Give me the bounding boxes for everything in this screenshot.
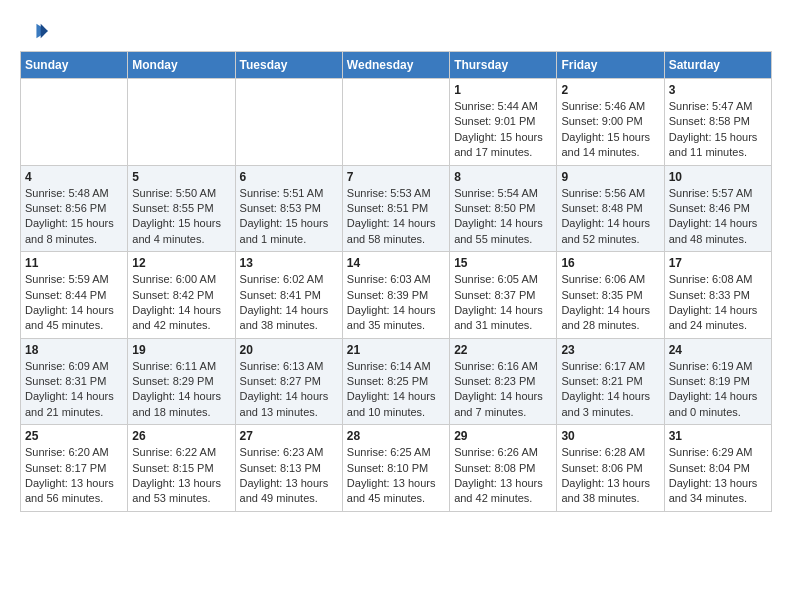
col-friday: Friday	[557, 52, 664, 79]
day-number: 16	[561, 256, 659, 270]
calendar-cell: 13Sunrise: 6:02 AM Sunset: 8:41 PM Dayli…	[235, 252, 342, 339]
calendar-cell: 27Sunrise: 6:23 AM Sunset: 8:13 PM Dayli…	[235, 425, 342, 512]
day-number: 1	[454, 83, 552, 97]
cell-content: Sunrise: 5:50 AM Sunset: 8:55 PM Dayligh…	[132, 186, 230, 248]
calendar-cell: 3Sunrise: 5:47 AM Sunset: 8:58 PM Daylig…	[664, 79, 771, 166]
day-number: 21	[347, 343, 445, 357]
cell-content: Sunrise: 5:44 AM Sunset: 9:01 PM Dayligh…	[454, 99, 552, 161]
day-number: 3	[669, 83, 767, 97]
calendar-week-row: 18Sunrise: 6:09 AM Sunset: 8:31 PM Dayli…	[21, 338, 772, 425]
cell-content: Sunrise: 6:05 AM Sunset: 8:37 PM Dayligh…	[454, 272, 552, 334]
calendar-week-row: 1Sunrise: 5:44 AM Sunset: 9:01 PM Daylig…	[21, 79, 772, 166]
col-wednesday: Wednesday	[342, 52, 449, 79]
day-number: 12	[132, 256, 230, 270]
calendar-cell: 5Sunrise: 5:50 AM Sunset: 8:55 PM Daylig…	[128, 165, 235, 252]
calendar-cell: 20Sunrise: 6:13 AM Sunset: 8:27 PM Dayli…	[235, 338, 342, 425]
calendar-cell: 21Sunrise: 6:14 AM Sunset: 8:25 PM Dayli…	[342, 338, 449, 425]
day-number: 7	[347, 170, 445, 184]
day-number: 24	[669, 343, 767, 357]
day-number: 23	[561, 343, 659, 357]
calendar-cell	[235, 79, 342, 166]
day-number: 25	[25, 429, 123, 443]
cell-content: Sunrise: 6:17 AM Sunset: 8:21 PM Dayligh…	[561, 359, 659, 421]
calendar-header-row: Sunday Monday Tuesday Wednesday Thursday…	[21, 52, 772, 79]
day-number: 5	[132, 170, 230, 184]
calendar-cell: 23Sunrise: 6:17 AM Sunset: 8:21 PM Dayli…	[557, 338, 664, 425]
calendar-cell: 14Sunrise: 6:03 AM Sunset: 8:39 PM Dayli…	[342, 252, 449, 339]
calendar-cell: 4Sunrise: 5:48 AM Sunset: 8:56 PM Daylig…	[21, 165, 128, 252]
col-sunday: Sunday	[21, 52, 128, 79]
cell-content: Sunrise: 6:16 AM Sunset: 8:23 PM Dayligh…	[454, 359, 552, 421]
day-number: 11	[25, 256, 123, 270]
day-number: 31	[669, 429, 767, 443]
calendar-cell: 24Sunrise: 6:19 AM Sunset: 8:19 PM Dayli…	[664, 338, 771, 425]
calendar-cell: 26Sunrise: 6:22 AM Sunset: 8:15 PM Dayli…	[128, 425, 235, 512]
cell-content: Sunrise: 6:28 AM Sunset: 8:06 PM Dayligh…	[561, 445, 659, 507]
day-number: 2	[561, 83, 659, 97]
day-number: 26	[132, 429, 230, 443]
cell-content: Sunrise: 5:46 AM Sunset: 9:00 PM Dayligh…	[561, 99, 659, 161]
calendar-cell: 11Sunrise: 5:59 AM Sunset: 8:44 PM Dayli…	[21, 252, 128, 339]
cell-content: Sunrise: 5:48 AM Sunset: 8:56 PM Dayligh…	[25, 186, 123, 248]
col-thursday: Thursday	[450, 52, 557, 79]
cell-content: Sunrise: 6:00 AM Sunset: 8:42 PM Dayligh…	[132, 272, 230, 334]
day-number: 9	[561, 170, 659, 184]
calendar-cell: 17Sunrise: 6:08 AM Sunset: 8:33 PM Dayli…	[664, 252, 771, 339]
calendar-cell: 2Sunrise: 5:46 AM Sunset: 9:00 PM Daylig…	[557, 79, 664, 166]
calendar-cell: 29Sunrise: 6:26 AM Sunset: 8:08 PM Dayli…	[450, 425, 557, 512]
day-number: 30	[561, 429, 659, 443]
calendar-cell: 22Sunrise: 6:16 AM Sunset: 8:23 PM Dayli…	[450, 338, 557, 425]
cell-content: Sunrise: 5:59 AM Sunset: 8:44 PM Dayligh…	[25, 272, 123, 334]
col-saturday: Saturday	[664, 52, 771, 79]
svg-marker-1	[41, 23, 48, 37]
calendar-cell: 28Sunrise: 6:25 AM Sunset: 8:10 PM Dayli…	[342, 425, 449, 512]
day-number: 13	[240, 256, 338, 270]
calendar-cell: 16Sunrise: 6:06 AM Sunset: 8:35 PM Dayli…	[557, 252, 664, 339]
cell-content: Sunrise: 5:47 AM Sunset: 8:58 PM Dayligh…	[669, 99, 767, 161]
calendar-cell	[342, 79, 449, 166]
cell-content: Sunrise: 6:25 AM Sunset: 8:10 PM Dayligh…	[347, 445, 445, 507]
cell-content: Sunrise: 6:20 AM Sunset: 8:17 PM Dayligh…	[25, 445, 123, 507]
calendar-week-row: 4Sunrise: 5:48 AM Sunset: 8:56 PM Daylig…	[21, 165, 772, 252]
cell-content: Sunrise: 6:23 AM Sunset: 8:13 PM Dayligh…	[240, 445, 338, 507]
cell-content: Sunrise: 5:51 AM Sunset: 8:53 PM Dayligh…	[240, 186, 338, 248]
calendar-cell: 12Sunrise: 6:00 AM Sunset: 8:42 PM Dayli…	[128, 252, 235, 339]
calendar-cell: 1Sunrise: 5:44 AM Sunset: 9:01 PM Daylig…	[450, 79, 557, 166]
day-number: 28	[347, 429, 445, 443]
calendar-cell: 31Sunrise: 6:29 AM Sunset: 8:04 PM Dayli…	[664, 425, 771, 512]
col-monday: Monday	[128, 52, 235, 79]
calendar-cell	[128, 79, 235, 166]
cell-content: Sunrise: 6:19 AM Sunset: 8:19 PM Dayligh…	[669, 359, 767, 421]
page-header	[20, 20, 772, 41]
cell-content: Sunrise: 6:13 AM Sunset: 8:27 PM Dayligh…	[240, 359, 338, 421]
calendar-cell: 25Sunrise: 6:20 AM Sunset: 8:17 PM Dayli…	[21, 425, 128, 512]
cell-content: Sunrise: 6:26 AM Sunset: 8:08 PM Dayligh…	[454, 445, 552, 507]
cell-content: Sunrise: 6:06 AM Sunset: 8:35 PM Dayligh…	[561, 272, 659, 334]
day-number: 29	[454, 429, 552, 443]
calendar-cell: 6Sunrise: 5:51 AM Sunset: 8:53 PM Daylig…	[235, 165, 342, 252]
day-number: 15	[454, 256, 552, 270]
day-number: 17	[669, 256, 767, 270]
calendar-cell: 18Sunrise: 6:09 AM Sunset: 8:31 PM Dayli…	[21, 338, 128, 425]
calendar-cell: 10Sunrise: 5:57 AM Sunset: 8:46 PM Dayli…	[664, 165, 771, 252]
col-tuesday: Tuesday	[235, 52, 342, 79]
day-number: 8	[454, 170, 552, 184]
day-number: 27	[240, 429, 338, 443]
cell-content: Sunrise: 5:53 AM Sunset: 8:51 PM Dayligh…	[347, 186, 445, 248]
cell-content: Sunrise: 6:09 AM Sunset: 8:31 PM Dayligh…	[25, 359, 123, 421]
day-number: 18	[25, 343, 123, 357]
cell-content: Sunrise: 6:14 AM Sunset: 8:25 PM Dayligh…	[347, 359, 445, 421]
calendar-cell: 7Sunrise: 5:53 AM Sunset: 8:51 PM Daylig…	[342, 165, 449, 252]
cell-content: Sunrise: 6:29 AM Sunset: 8:04 PM Dayligh…	[669, 445, 767, 507]
calendar-cell: 9Sunrise: 5:56 AM Sunset: 8:48 PM Daylig…	[557, 165, 664, 252]
cell-content: Sunrise: 6:03 AM Sunset: 8:39 PM Dayligh…	[347, 272, 445, 334]
calendar-week-row: 11Sunrise: 5:59 AM Sunset: 8:44 PM Dayli…	[21, 252, 772, 339]
calendar-cell: 19Sunrise: 6:11 AM Sunset: 8:29 PM Dayli…	[128, 338, 235, 425]
cell-content: Sunrise: 6:08 AM Sunset: 8:33 PM Dayligh…	[669, 272, 767, 334]
day-number: 19	[132, 343, 230, 357]
calendar-cell: 15Sunrise: 6:05 AM Sunset: 8:37 PM Dayli…	[450, 252, 557, 339]
logo-icon	[20, 21, 50, 41]
calendar-cell	[21, 79, 128, 166]
day-number: 22	[454, 343, 552, 357]
day-number: 14	[347, 256, 445, 270]
